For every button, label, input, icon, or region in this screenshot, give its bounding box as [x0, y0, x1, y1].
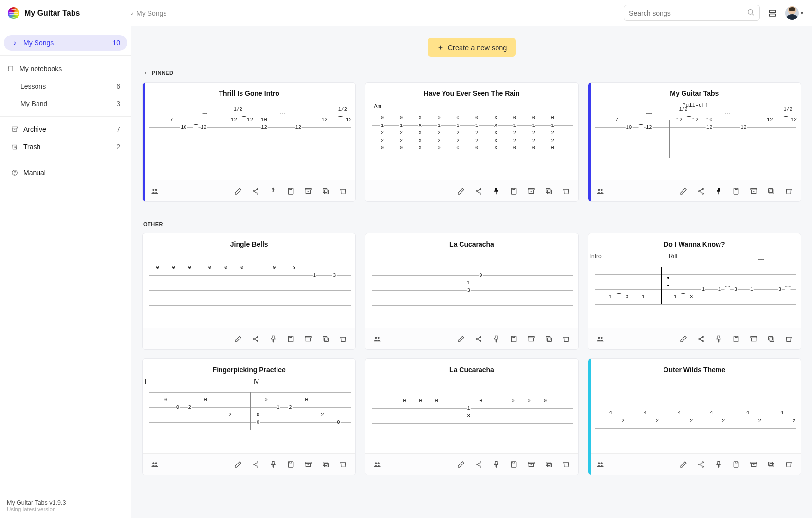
pin-icon[interactable] [267, 333, 279, 345]
pin-icon[interactable] [490, 333, 502, 345]
brand[interactable]: My Guitar Tabs [8, 7, 125, 19]
copy-icon[interactable] [765, 458, 777, 471]
share-icon[interactable] [249, 458, 262, 471]
export-icon[interactable] [730, 333, 742, 345]
sidebar-item-archive[interactable]: Archive 7 [4, 122, 127, 137]
sidebar-item-lessons[interactable]: Lessons 6 [4, 78, 127, 94]
song-card[interactable]: La Cucaracha 0 1 3 [365, 233, 578, 350]
song-card[interactable]: My Guitar Tabs Pull-off 1/2 1/2 〰 〰 7 10 [588, 82, 801, 202]
share-icon[interactable] [249, 185, 262, 197]
copy-icon[interactable] [542, 185, 555, 197]
trash-icon[interactable] [337, 185, 350, 197]
archive-icon[interactable] [302, 333, 314, 345]
archive-icon[interactable] [525, 185, 537, 197]
trash-icon[interactable] [782, 185, 795, 197]
edit-icon[interactable] [455, 185, 467, 197]
copy-icon[interactable] [319, 185, 332, 197]
copy-icon[interactable] [765, 185, 777, 197]
song-card[interactable]: Do I Wanna Know? Intro Riff 〰 1⁀3 1 1⁀3 [588, 233, 801, 350]
edit-icon[interactable] [232, 185, 244, 197]
archive-icon[interactable] [747, 458, 760, 471]
share-icon[interactable] [695, 458, 707, 471]
trash-icon[interactable] [560, 458, 572, 471]
collaborators-icon[interactable] [148, 458, 161, 471]
trash-icon[interactable] [782, 458, 795, 471]
share-icon[interactable] [472, 333, 485, 345]
export-icon[interactable] [284, 458, 297, 471]
archive-icon[interactable] [525, 458, 537, 471]
create-song-button[interactable]: ＋ Create a new song [428, 38, 516, 57]
song-card[interactable]: La Cucaracha 000 1 3 0 000 [365, 358, 578, 475]
export-icon[interactable] [507, 185, 520, 197]
share-icon[interactable] [695, 185, 707, 197]
edit-icon[interactable] [232, 333, 244, 345]
pin-icon[interactable] [712, 333, 725, 345]
archive-icon[interactable] [302, 185, 314, 197]
breadcrumb[interactable]: ♪ My Songs [130, 9, 166, 17]
pin-icon[interactable] [490, 185, 502, 197]
song-card[interactable]: Outer Wilds Theme 42 42 42 42 42 42 [588, 358, 801, 475]
trash-icon[interactable] [560, 185, 572, 197]
svg-point-16 [257, 193, 258, 194]
edit-icon[interactable] [455, 458, 467, 471]
song-card[interactable]: Have You Ever Seen The Rain Am 00X000X00… [365, 82, 578, 202]
trash-icon[interactable] [560, 333, 572, 345]
svg-rect-47 [769, 188, 773, 192]
share-icon[interactable] [472, 185, 485, 197]
collaborators-icon[interactable] [594, 333, 607, 345]
share-icon[interactable] [695, 333, 707, 345]
card-footer [588, 328, 801, 349]
pin-icon[interactable] [490, 458, 502, 471]
archive-icon[interactable] [747, 333, 760, 345]
pin-icon[interactable] [712, 458, 725, 471]
edit-icon[interactable] [232, 458, 244, 471]
pin-icon[interactable] [267, 185, 279, 197]
export-icon[interactable] [507, 333, 520, 345]
pin-icon[interactable] [267, 458, 279, 471]
sidebar-item-trash[interactable]: Trash 2 [4, 139, 127, 155]
collaborators-icon[interactable] [371, 458, 384, 471]
edit-icon[interactable] [677, 333, 690, 345]
collaborators-icon[interactable] [594, 458, 607, 471]
sidebar-item-my-songs[interactable]: ♪ My Songs 10 [4, 35, 127, 51]
collaborators-icon[interactable] [371, 333, 384, 345]
song-card[interactable]: Fingerpicking Practice I IV 00 02 2 00 1… [142, 358, 356, 475]
trash-icon[interactable] [782, 333, 795, 345]
edit-icon[interactable] [455, 333, 467, 345]
collaborators-icon[interactable] [594, 185, 607, 197]
search-box[interactable] [624, 5, 760, 21]
edit-icon[interactable] [677, 458, 690, 471]
sidebar-notebooks-header[interactable]: My notebooks [0, 60, 131, 77]
export-icon[interactable] [730, 185, 742, 197]
search-icon[interactable] [747, 8, 755, 18]
archive-icon[interactable] [747, 185, 760, 197]
export-icon[interactable] [507, 458, 520, 471]
collaborators-icon[interactable] [148, 185, 161, 197]
sidebar-item-manual[interactable]: Manual [4, 165, 127, 180]
copy-icon[interactable] [765, 333, 777, 345]
trash-icon[interactable] [337, 333, 350, 345]
archive-icon[interactable] [525, 333, 537, 345]
song-title: My Guitar Tabs [588, 83, 801, 99]
user-menu[interactable]: ▼ [785, 6, 804, 20]
copy-icon[interactable] [319, 458, 332, 471]
edit-icon[interactable] [677, 185, 690, 197]
copy-icon[interactable] [319, 333, 332, 345]
copy-icon[interactable] [542, 458, 555, 471]
export-icon[interactable] [284, 333, 297, 345]
sidebar-item-my-band[interactable]: My Band 3 [4, 96, 127, 111]
archive-icon[interactable] [302, 458, 314, 471]
song-card[interactable]: Jingle Bells 000 000 03 13 [142, 233, 356, 350]
share-icon[interactable] [249, 333, 262, 345]
share-icon[interactable] [472, 458, 485, 471]
song-card[interactable]: Thrill Is Gone Intro 1/2 1/2 〰 〰 7 10 ⁀ [142, 82, 356, 202]
search-input[interactable] [629, 9, 743, 17]
export-icon[interactable] [284, 185, 297, 197]
export-icon[interactable] [730, 458, 742, 471]
trash-icon[interactable] [337, 458, 350, 471]
copy-icon[interactable] [542, 333, 555, 345]
sidebar-item-count: 6 [116, 82, 120, 90]
layout-toggle-icon[interactable] [766, 6, 779, 20]
pin-icon[interactable] [712, 185, 725, 197]
song-title: La Cucaracha [365, 359, 578, 375]
